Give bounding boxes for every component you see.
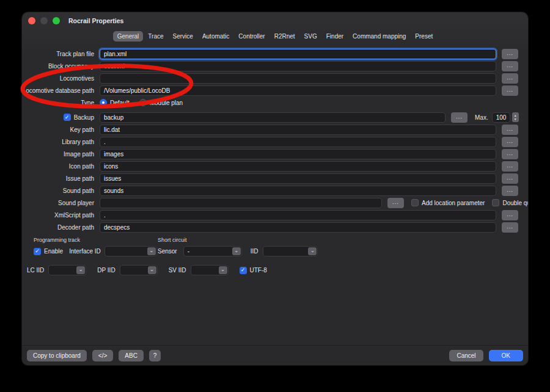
tab-svg[interactable]: SVG bbox=[300, 31, 321, 42]
enable-label: Enable bbox=[44, 248, 63, 255]
utf8-checkbox[interactable] bbox=[240, 267, 247, 274]
issue-path-input[interactable]: issues bbox=[100, 173, 496, 184]
xmlscript-path-browse-button[interactable]: ... bbox=[502, 210, 518, 220]
tab-finder[interactable]: Finder bbox=[322, 31, 348, 42]
enable-checkbox[interactable] bbox=[34, 248, 41, 255]
programming-track-group: Programming track Enable Interface ID bbox=[34, 237, 158, 256]
image-path-browse-button[interactable]: ... bbox=[502, 149, 518, 159]
short-circuit-iid-select[interactable] bbox=[263, 246, 318, 256]
tab-automatic[interactable]: Automatic bbox=[198, 31, 233, 42]
locomotives-row: Locomotives ... bbox=[22, 72, 518, 84]
dialog-footer: Copy to clipboard </> ABC ? Cancel OK bbox=[22, 345, 528, 365]
tab-preset[interactable]: Preset bbox=[411, 31, 437, 42]
sensor-label: Sensor bbox=[158, 248, 177, 255]
backup-max-stepper[interactable] bbox=[512, 112, 519, 122]
backup-input[interactable]: backup bbox=[100, 112, 446, 123]
chevron-down-icon bbox=[147, 247, 156, 255]
help-button[interactable]: ? bbox=[149, 350, 161, 361]
zoom-window-button[interactable] bbox=[53, 17, 60, 24]
tab-r2rnet[interactable]: R2Rnet bbox=[270, 31, 299, 42]
backup-label: Backup bbox=[74, 114, 94, 121]
issue-path-label: Issue path bbox=[22, 175, 94, 182]
sound-path-browse-button[interactable]: ... bbox=[502, 186, 518, 196]
key-path-browse-button[interactable]: ... bbox=[502, 125, 518, 135]
locomotive-database-path-input[interactable]: /Volumes/public/LocoDB bbox=[100, 85, 496, 96]
lc-iid-label: LC IID bbox=[27, 267, 44, 274]
chevron-down-icon bbox=[148, 266, 156, 274]
block-occupancy-input[interactable]: occ.xml bbox=[100, 61, 496, 71]
block-occupancy-row: Block occupancy occ.xml ... bbox=[22, 60, 518, 72]
abc-button[interactable]: ABC bbox=[119, 350, 144, 361]
ok-button[interactable]: OK bbox=[489, 350, 523, 361]
track-plan-file-input[interactable]: plan.xml bbox=[100, 49, 496, 59]
key-path-input[interactable]: lic.dat bbox=[100, 125, 496, 135]
type-default-label: Default bbox=[110, 100, 130, 106]
add-location-parameter-label: Add location parameter bbox=[422, 200, 485, 206]
tab-general[interactable]: General bbox=[113, 31, 144, 42]
library-path-input[interactable]: . bbox=[100, 137, 496, 147]
locomotive-database-path-browse-button[interactable]: ... bbox=[502, 85, 518, 96]
xmlscript-path-input[interactable]: . bbox=[100, 210, 496, 220]
minimize-window-button[interactable] bbox=[40, 17, 48, 24]
double-quote-label: Double quote bbox=[502, 200, 528, 206]
locomotives-input[interactable] bbox=[100, 73, 496, 84]
interface-id-select[interactable] bbox=[105, 246, 157, 256]
dp-iid-select[interactable] bbox=[120, 265, 158, 275]
backup-max-label: Max. bbox=[475, 114, 488, 121]
track-plan-file-browse-button[interactable]: ... bbox=[502, 49, 518, 59]
icon-path-input[interactable]: icons bbox=[100, 161, 496, 172]
locomotives-label: Locomotives bbox=[22, 75, 94, 82]
type-row: Type Default Module plan bbox=[22, 96, 518, 109]
cancel-button[interactable]: Cancel bbox=[449, 350, 483, 361]
field-value: lic.dat bbox=[104, 126, 120, 133]
close-window-button[interactable] bbox=[28, 17, 35, 24]
option-groups: Programming track Enable Interface ID Sh… bbox=[22, 237, 518, 256]
field-value: issues bbox=[104, 175, 121, 182]
sound-player-input[interactable] bbox=[100, 198, 382, 208]
sound-player-browse-button[interactable]: ... bbox=[387, 198, 404, 208]
lc-iid-select[interactable] bbox=[48, 265, 86, 275]
chevron-down-icon bbox=[308, 247, 317, 255]
backup-max-input[interactable]: 100 bbox=[492, 112, 510, 123]
tab-controller[interactable]: Controller bbox=[234, 31, 269, 42]
chevron-down-icon bbox=[232, 247, 241, 255]
sound-path-label: Sound path bbox=[22, 187, 94, 194]
icon-path-browse-button[interactable]: ... bbox=[502, 161, 518, 172]
library-path-label: Library path bbox=[22, 139, 94, 145]
issue-path-browse-button[interactable]: ... bbox=[502, 173, 518, 184]
image-path-label: Image path bbox=[22, 151, 94, 158]
locomotives-browse-button[interactable]: ... bbox=[502, 73, 518, 84]
issue-path-row: Issue path issues ... bbox=[22, 172, 518, 184]
code-view-button[interactable]: </> bbox=[92, 350, 113, 361]
tab-service[interactable]: Service bbox=[169, 31, 197, 42]
type-default-radio[interactable] bbox=[100, 99, 107, 106]
type-label: Type bbox=[22, 100, 94, 106]
backup-checkbox[interactable] bbox=[64, 114, 71, 121]
track-plan-file-label: Track plan file bbox=[22, 51, 94, 57]
add-location-parameter-checkbox[interactable] bbox=[411, 199, 419, 206]
sensor-select[interactable]: - bbox=[183, 246, 242, 256]
tab-trace[interactable]: Trace bbox=[144, 31, 167, 42]
type-module-plan-label: Module plan bbox=[150, 100, 183, 106]
sound-path-input[interactable]: sounds bbox=[100, 186, 496, 196]
decoder-path-input[interactable]: decspecs bbox=[100, 222, 496, 233]
window-titlebar: Rocrail Properties bbox=[22, 12, 528, 29]
key-path-row: Key path lic.dat ... bbox=[22, 123, 518, 136]
icon-path-row: Icon path icons ... bbox=[22, 160, 518, 172]
decoder-path-browse-button[interactable]: ... bbox=[502, 222, 518, 233]
copy-to-clipboard-button[interactable]: Copy to clipboard bbox=[27, 350, 87, 361]
image-path-input[interactable]: images bbox=[100, 149, 496, 159]
backup-browse-button[interactable]: ... bbox=[451, 112, 468, 123]
block-occupancy-browse-button[interactable]: ... bbox=[502, 61, 518, 71]
field-value: occ.xml bbox=[104, 63, 125, 70]
chevron-down-icon bbox=[219, 266, 227, 274]
tab-command-mapping[interactable]: Command mapping bbox=[348, 31, 410, 42]
library-path-browse-button[interactable]: ... bbox=[502, 137, 518, 147]
programming-track-title: Programming track bbox=[34, 237, 158, 243]
iid-row: LC IID DP IID SV IID UTF-8 bbox=[27, 265, 518, 275]
double-quote-checkbox[interactable] bbox=[492, 199, 499, 206]
field-value: . bbox=[104, 212, 106, 219]
block-occupancy-label: Block occupancy bbox=[22, 63, 94, 70]
type-module-plan-radio[interactable] bbox=[139, 99, 147, 106]
sv-iid-select[interactable] bbox=[191, 265, 229, 275]
